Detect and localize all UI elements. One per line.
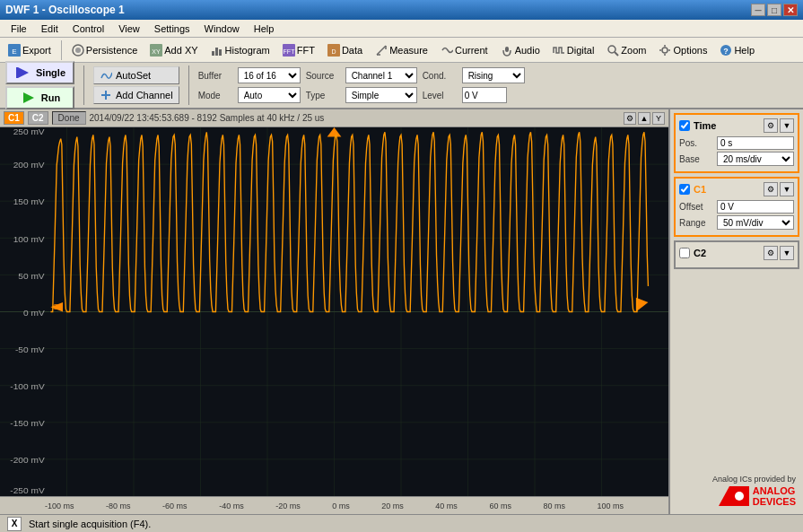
autoset-icon xyxy=(100,69,112,82)
mode-label: Mode xyxy=(198,91,234,100)
range-select[interactable]: 50 mV/div xyxy=(717,215,794,230)
fft-button[interactable]: FFT FFT xyxy=(278,41,319,59)
c2-section: C2 ⚙ ▼ xyxy=(674,240,799,269)
menu-view[interactable]: View xyxy=(111,22,147,36)
ch2-badge[interactable]: C2 xyxy=(28,111,48,125)
scope-area: C1 C2 Done 2014/09/22 13:45:53.689 - 819… xyxy=(0,109,668,514)
menu-window[interactable]: Window xyxy=(197,22,247,36)
single-button[interactable]: Single xyxy=(5,61,74,84)
source-label: Source xyxy=(306,71,342,81)
scope-info: 2014/09/22 13:45:53.689 - 8192 Samples a… xyxy=(90,113,325,123)
run-button[interactable]: Run xyxy=(5,86,74,109)
scope-header: C1 C2 Done 2014/09/22 13:45:53.689 - 819… xyxy=(0,109,668,127)
x-label-0: -100 ms xyxy=(45,501,74,510)
persistence-button[interactable]: Persistence xyxy=(67,41,142,59)
offset-label: Offset xyxy=(679,202,713,212)
c1-expand-icon[interactable]: ▼ xyxy=(780,182,794,196)
svg-text:-150 mV: -150 mV xyxy=(10,418,45,428)
mode-select[interactable]: Auto xyxy=(238,87,301,103)
ad-name-block: ANALOG DEVICES xyxy=(753,485,796,507)
run-icon xyxy=(20,91,38,105)
x-label-3: -40 ms xyxy=(219,501,244,510)
menu-file[interactable]: File xyxy=(4,22,34,36)
window-controls: ─ □ ✕ xyxy=(751,4,798,16)
digital-button[interactable]: Digital xyxy=(548,41,599,59)
close-status-button[interactable]: X xyxy=(7,517,22,531)
time-expand-icon[interactable]: ▼ xyxy=(780,118,794,133)
status-bar: X Start single acquisition (F4). xyxy=(0,514,803,532)
menu-edit[interactable]: Edit xyxy=(34,22,65,36)
measure-button[interactable]: Measure xyxy=(371,41,432,59)
offset-value: 0 V xyxy=(717,200,794,214)
maximize-button[interactable]: □ xyxy=(767,4,781,16)
type-select[interactable]: Simple xyxy=(345,87,417,103)
histogram-icon xyxy=(211,44,223,57)
addxy-icon: XY xyxy=(150,44,162,57)
c1-settings-icon[interactable]: ⚙ xyxy=(764,182,778,196)
menu-help[interactable]: Help xyxy=(247,22,282,36)
persistence-icon xyxy=(72,44,84,57)
c1-section: C1 ⚙ ▼ Offset 0 V Range 50 mV/div xyxy=(674,177,799,237)
c2-settings-icon[interactable]: ⚙ xyxy=(764,246,778,260)
histogram-button[interactable]: Histogram xyxy=(206,41,275,59)
svg-text:0 mV: 0 mV xyxy=(23,308,45,318)
ad-triangle-icon xyxy=(719,486,729,506)
digital-icon xyxy=(553,44,565,57)
svg-text:-100 mV: -100 mV xyxy=(10,381,45,391)
zoom-button[interactable]: Zoom xyxy=(602,41,650,59)
help-button[interactable]: ? Help xyxy=(715,41,759,59)
minimize-button[interactable]: ─ xyxy=(751,4,765,16)
export-button[interactable]: E Export xyxy=(4,41,56,59)
addxy-button[interactable]: XY Add XY xyxy=(145,41,202,59)
help-icon: ? xyxy=(720,44,732,57)
data-button[interactable]: D Data xyxy=(323,41,367,59)
export-icon: E xyxy=(8,44,21,57)
scope-canvas[interactable]: 250 mV 200 mV 150 mV 100 mV 50 mV 0 mV -… xyxy=(0,127,668,496)
zoom-icon xyxy=(607,44,619,57)
main-area: C1 C2 Done 2014/09/22 13:45:53.689 - 819… xyxy=(0,109,803,514)
time-settings-icon[interactable]: ⚙ xyxy=(764,118,778,133)
menu-settings[interactable]: Settings xyxy=(147,22,197,36)
status-message: Start single acquisition (F4). xyxy=(29,519,151,529)
base-label: Base xyxy=(679,154,713,164)
svg-text:-200 mV: -200 mV xyxy=(10,455,45,465)
ad-name1: ANALOG xyxy=(753,485,796,496)
base-select[interactable]: 20 ms/div xyxy=(717,152,794,166)
autoset-button[interactable]: AutoSet xyxy=(93,66,179,84)
svg-text:?: ? xyxy=(724,47,729,56)
c1-checkbox[interactable] xyxy=(679,184,690,195)
c2-expand-icon[interactable]: ▼ xyxy=(780,246,794,260)
scope-settings-icon[interactable]: ⚙ xyxy=(624,112,636,125)
svg-text:200 mV: 200 mV xyxy=(13,161,45,170)
c2-title: C2 xyxy=(694,248,706,258)
right-panel: Time ⚙ ▼ Pos. 0 s Base 20 ms/div xyxy=(668,109,803,514)
x-label-9: 80 ms xyxy=(543,501,565,510)
type-label: Type xyxy=(306,91,342,100)
x-label-5: 0 ms xyxy=(332,501,350,510)
close-button[interactable]: ✕ xyxy=(783,4,798,16)
ch1-badge[interactable]: C1 xyxy=(4,111,24,125)
scope-expand-icon[interactable]: ▲ xyxy=(638,112,650,125)
status-done: Done xyxy=(52,111,86,125)
audio-button[interactable]: Audio xyxy=(496,41,545,59)
buffer-select[interactable]: 16 of 16 xyxy=(238,67,301,83)
svg-marker-26 xyxy=(18,67,29,78)
ad-name2: DEVICES xyxy=(753,496,796,507)
source-select[interactable]: Channel 1 xyxy=(345,67,417,83)
current-button[interactable]: Current xyxy=(436,41,493,59)
time-checkbox[interactable] xyxy=(679,120,690,131)
ad-text: Analog ICs provided by xyxy=(677,475,796,484)
waveform-display: 250 mV 200 mV 150 mV 100 mV 50 mV 0 mV -… xyxy=(0,127,668,496)
svg-text:150 mV: 150 mV xyxy=(13,197,45,207)
svg-point-19 xyxy=(662,48,668,53)
measure-icon xyxy=(375,44,388,57)
scope-y-icon[interactable]: Y xyxy=(652,112,665,125)
level-input[interactable] xyxy=(462,87,507,103)
svg-rect-27 xyxy=(16,67,18,78)
svg-rect-7 xyxy=(215,48,218,56)
menu-control[interactable]: Control xyxy=(65,22,111,36)
c2-checkbox[interactable] xyxy=(679,248,690,258)
cond-select[interactable]: Rising xyxy=(462,67,525,83)
add-channel-button[interactable]: Add Channel xyxy=(93,86,179,104)
options-button[interactable]: Options xyxy=(654,41,711,59)
